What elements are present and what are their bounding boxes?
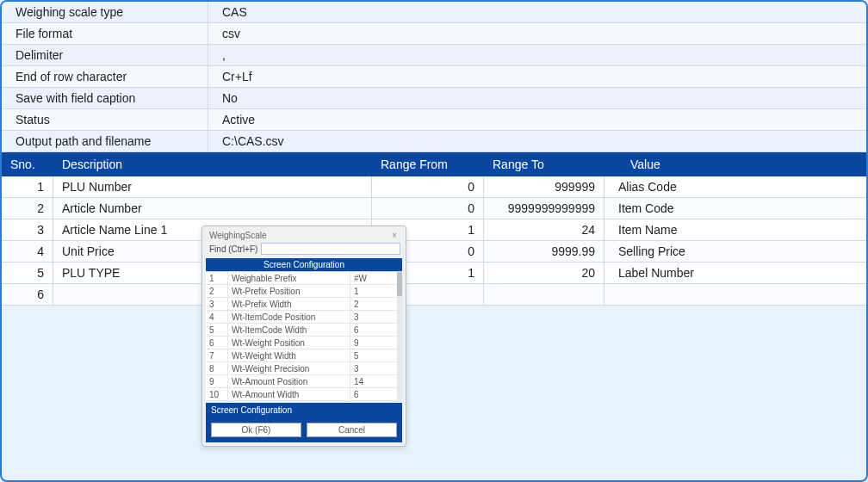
dialog-button-bar: Ok (F6) Cancel (206, 417, 402, 442)
list-item[interactable]: 6Wt-Weight Position9 (206, 337, 402, 349)
settings-value[interactable]: csv (208, 23, 866, 44)
cell-desc: Article Number (53, 198, 372, 219)
settings-row: End of row characterCr+Lf (2, 66, 866, 88)
list-item[interactable]: 2Wt-Prefix Position1 (206, 285, 402, 298)
scrollbar[interactable] (397, 272, 402, 401)
cell-rto: 20 (484, 263, 604, 283)
item-name: Wt-Amount Position (228, 375, 350, 387)
settings-row: Save with field captionNo (2, 88, 866, 109)
settings-label: Save with field caption (2, 88, 208, 108)
settings-label: End of row character (2, 66, 208, 87)
table-row[interactable]: 4Unit Price09999.99Selling Price (2, 241, 866, 263)
table-row[interactable]: 1PLU Number0999999Alias Code (2, 176, 866, 198)
table-row[interactable]: 6 (2, 284, 866, 306)
settings-label: File format (2, 23, 208, 44)
table-row[interactable]: 3Article Name Line 1124Item Name (2, 219, 866, 241)
item-value: #W (350, 272, 402, 284)
item-name: Wt-Prefix Width (228, 298, 350, 310)
item-name: Wt-ItemCode Width (228, 324, 350, 336)
item-value: 6 (350, 388, 402, 400)
settings-label: Output path and filename (2, 131, 208, 151)
find-label: Find (Ctrl+F) (209, 244, 257, 254)
settings-value[interactable]: No (208, 88, 866, 108)
dialog-footer-label: Screen Configuration (206, 403, 402, 417)
item-value: 5 (350, 349, 402, 362)
item-name: Wt-Weight Precision (228, 362, 350, 374)
screen-configuration-dialog: WeighingScale × Find (Ctrl+F) Screen Con… (202, 226, 406, 447)
item-value: 3 (350, 311, 402, 323)
item-no: 10 (206, 388, 228, 400)
item-no: 2 (206, 285, 228, 297)
table-row[interactable]: 5PLU TYPE120Label Number (2, 263, 866, 284)
list-item[interactable]: 8Wt-Weight Precision3 (206, 362, 402, 375)
item-name: Wt-Weight Width (228, 349, 350, 362)
ok-button[interactable]: Ok (F6) (211, 423, 301, 437)
cell-rto: 9999999999999 (484, 198, 604, 219)
settings-value[interactable]: , (208, 45, 866, 65)
settings-label: Weighing scale type (2, 2, 208, 22)
settings-value[interactable]: CAS (208, 2, 866, 22)
item-value: 9 (350, 337, 402, 349)
item-name: Wt-Weight Position (228, 337, 350, 349)
item-name: Weighable Prefix (228, 272, 350, 284)
settings-value[interactable]: Cr+Lf (208, 66, 866, 87)
cell-value: Selling Price (604, 241, 866, 262)
cell-value: Item Code (604, 198, 866, 219)
settings-value[interactable]: C:\CAS.csv (208, 131, 866, 151)
grid-header-value: Value (604, 152, 866, 176)
settings-row: StatusActive (2, 109, 866, 131)
item-no: 6 (206, 337, 228, 349)
cell-sno: 5 (2, 263, 53, 283)
item-name: Wt-Amount Width (228, 388, 350, 400)
cell-rto: 999999 (484, 176, 604, 197)
list-item[interactable]: 9Wt-Amount Position14 (206, 375, 402, 388)
cell-rfrom: 0 (372, 176, 484, 197)
grid-header-row: Sno. Description Range From Range To Val… (2, 152, 866, 176)
item-no: 3 (206, 298, 228, 310)
cell-value: Label Number (604, 263, 866, 283)
settings-label: Status (2, 109, 208, 130)
dialog-list[interactable]: 1Weighable Prefix#W2Wt-Prefix Position13… (206, 271, 402, 401)
find-input[interactable] (261, 243, 400, 255)
cell-sno: 1 (2, 176, 53, 197)
list-item[interactable]: 3Wt-Prefix Width2 (206, 298, 402, 311)
close-icon[interactable]: × (388, 229, 400, 241)
list-item[interactable]: 5Wt-ItemCode Width6 (206, 324, 402, 337)
cell-value: Item Name (604, 219, 866, 240)
settings-row: Output path and filenameC:\CAS.csv (2, 131, 866, 152)
grid-header-rfrom: Range From (372, 152, 484, 176)
item-no: 1 (206, 272, 228, 284)
cell-sno: 4 (2, 241, 53, 262)
list-item[interactable]: 1Weighable Prefix#W (206, 272, 402, 285)
grid-header-rto: Range To (484, 152, 604, 176)
dialog-title: WeighingScale (209, 231, 267, 240)
dialog-section-header: Screen Configuration (206, 258, 402, 271)
grid-header-desc: Description (53, 152, 372, 176)
item-value: 2 (350, 298, 402, 310)
grid-header-sno: Sno. (2, 152, 53, 176)
list-item[interactable]: 7Wt-Weight Width5 (206, 349, 402, 362)
cell-desc: PLU Number (53, 176, 372, 197)
cell-value: Alias Code (604, 176, 866, 197)
item-value: 1 (350, 285, 402, 297)
item-value: 6 (350, 324, 402, 336)
item-name: Wt-ItemCode Position (228, 311, 350, 323)
cell-value (604, 284, 866, 305)
settings-value[interactable]: Active (208, 109, 866, 130)
main-grid: Sno. Description Range From Range To Val… (2, 152, 866, 306)
item-value: 14 (350, 375, 402, 387)
cell-rfrom: 0 (372, 198, 484, 219)
table-row[interactable]: 2Article Number09999999999999Item Code (2, 198, 866, 219)
settings-label: Delimiter (2, 45, 208, 65)
settings-row: Weighing scale typeCAS (2, 2, 866, 23)
list-item[interactable]: 10Wt-Amount Width6 (206, 388, 402, 401)
cell-rto: 9999.99 (484, 241, 604, 262)
cancel-button[interactable]: Cancel (307, 423, 397, 437)
list-item[interactable]: 4Wt-ItemCode Position3 (206, 311, 402, 324)
cell-sno: 3 (2, 219, 53, 240)
settings-row: Delimiter, (2, 45, 866, 66)
cell-sno: 2 (2, 198, 53, 219)
item-no: 8 (206, 362, 228, 374)
cell-sno: 6 (2, 284, 53, 305)
item-no: 7 (206, 349, 228, 362)
